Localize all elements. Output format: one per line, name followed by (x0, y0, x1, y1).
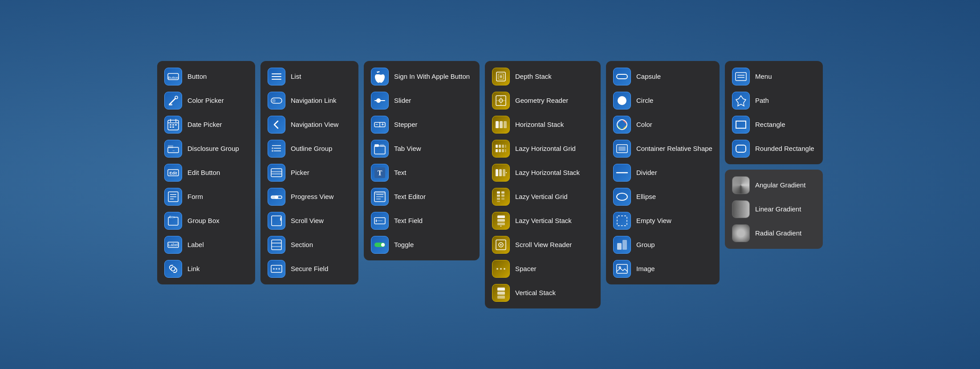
item-section[interactable]: Section (264, 233, 355, 257)
item-capsule[interactable]: Capsule (610, 65, 716, 89)
toggle-icon (371, 236, 389, 254)
svg-rect-105 (497, 219, 505, 222)
item-linear-gradient[interactable]: Linear Gradient (728, 197, 819, 221)
svg-rect-4 (169, 104, 172, 105)
item-menu[interactable]: Menu (728, 65, 819, 89)
item-ellipse[interactable]: Ellipse (610, 185, 716, 209)
item-text-field[interactable]: Text Field (367, 209, 476, 233)
svg-rect-93 (496, 169, 498, 176)
item-text-editor[interactable]: Text Editor (367, 185, 476, 209)
svg-rect-102 (501, 198, 504, 200)
item-form[interactable]: Form (161, 185, 252, 209)
button-icon: Button (164, 68, 182, 85)
svg-rect-128 (617, 264, 627, 273)
item-disclosure-group[interactable]: → Disclosure Group (161, 137, 252, 161)
svg-rect-130 (736, 73, 746, 81)
panel-col4: Depth Stack Geometry Reader Horizontal S… (485, 61, 601, 308)
item-rectangle[interactable]: Rectangle (728, 113, 819, 137)
item-group[interactable]: Group (610, 233, 716, 257)
hstack-icon (492, 116, 510, 134)
item-outline-group[interactable]: Outline Group (264, 137, 355, 161)
edit-button-label: Edit Button (187, 169, 220, 176)
empty-view-label: Empty View (636, 217, 671, 224)
item-depth-stack[interactable]: Depth Stack (488, 65, 597, 89)
rounded-rect-icon (732, 140, 750, 158)
svg-rect-61 (374, 144, 379, 147)
item-sign-in-apple[interactable]: Sign In With Apple Button (367, 65, 476, 89)
panel-col6a: Menu Path Rectangle Rounded Rectangle (725, 61, 823, 164)
text-field-label: Text Field (394, 217, 423, 224)
capsule-icon (613, 68, 631, 85)
spacer-icon (492, 260, 510, 278)
svg-rect-100 (501, 195, 504, 197)
nav-link-icon (268, 92, 285, 109)
item-edit-button[interactable]: Edit Edit Button (161, 161, 252, 185)
main-grid: Button Button Color Picker Date Picker →… (157, 61, 823, 308)
svg-rect-117 (617, 74, 627, 79)
item-angular-gradient[interactable]: Angular Gradient (728, 173, 819, 197)
depth-stack-icon (492, 68, 510, 85)
svg-rect-9 (170, 124, 171, 126)
disclosure-group-label: Disclosure Group (187, 145, 239, 152)
item-label[interactable]: Label Label (161, 233, 252, 257)
linear-gradient-icon (732, 200, 750, 218)
item-path[interactable]: Path (728, 89, 819, 113)
item-nav-link[interactable]: Navigation Link (264, 89, 355, 113)
item-text[interactable]: T Text (367, 161, 476, 185)
item-progress-view[interactable]: Progress View (264, 185, 355, 209)
svg-text:+: + (382, 122, 384, 127)
svg-rect-45 (272, 216, 281, 226)
item-nav-view[interactable]: Navigation View (264, 113, 355, 137)
svg-rect-69 (374, 192, 385, 195)
scroll-view-icon (268, 212, 285, 230)
item-color[interactable]: Color (610, 113, 716, 137)
item-link[interactable]: Link (161, 257, 252, 281)
hstack-label: Horizontal Stack (515, 121, 564, 128)
picker-label: Picker (291, 169, 309, 176)
svg-rect-92 (505, 149, 506, 152)
lazy-hgrid-icon (492, 140, 510, 158)
item-scroll-view-reader[interactable]: Scroll View Reader (488, 233, 597, 257)
item-spacer[interactable]: Spacer (488, 257, 597, 281)
item-radial-gradient[interactable]: Radial Gradient (728, 221, 819, 245)
item-lazy-vgrid[interactable]: Lazy Vertical Grid (488, 185, 597, 209)
menu-label: Menu (755, 73, 772, 80)
item-vstack[interactable]: Vertical Stack (488, 281, 597, 305)
form-icon (164, 188, 182, 206)
item-stepper[interactable]: −+ Stepper (367, 113, 476, 137)
svg-point-111 (496, 268, 498, 270)
item-date-picker[interactable]: Date Picker (161, 113, 252, 137)
item-picker[interactable]: Picker (264, 161, 355, 185)
item-button[interactable]: Button Button (161, 65, 252, 89)
item-container-relative[interactable]: Container Relative Shape (610, 137, 716, 161)
svg-text:Box: Box (169, 215, 175, 219)
item-lazy-vstack[interactable]: Lazy Vertical Stack (488, 209, 597, 233)
item-divider[interactable]: Divider (610, 161, 716, 185)
nav-link-label: Navigation Link (291, 97, 337, 104)
item-toggle[interactable]: Toggle (367, 233, 476, 257)
item-scroll-view[interactable]: Scroll View (264, 209, 355, 233)
text-label: Text (394, 169, 407, 176)
item-lazy-hstack[interactable]: Lazy Horizontal Stack (488, 161, 597, 185)
panel-col2: List Navigation Link Navigation View Out… (260, 61, 358, 284)
item-circle[interactable]: Circle (610, 89, 716, 113)
item-secure-field[interactable]: Secure Field (264, 257, 355, 281)
item-list[interactable]: List (264, 65, 355, 89)
lazy-hgrid-label: Lazy Horizontal Grid (515, 145, 576, 152)
svg-point-112 (500, 268, 502, 270)
item-hstack[interactable]: Horizontal Stack (488, 113, 597, 137)
item-rounded-rect[interactable]: Rounded Rectangle (728, 137, 819, 161)
item-geometry-reader[interactable]: Geometry Reader (488, 89, 597, 113)
item-empty-view[interactable]: Empty View (610, 209, 716, 233)
item-slider[interactable]: Slider (367, 89, 476, 113)
item-image[interactable]: Image (610, 257, 716, 281)
svg-rect-88 (505, 145, 506, 148)
svg-rect-103 (497, 201, 500, 202)
item-group-box[interactable]: Box Group Box (161, 209, 252, 233)
svg-rect-95 (503, 169, 505, 176)
secure-field-label: Secure Field (291, 265, 328, 272)
svg-rect-98 (501, 191, 504, 194)
item-tab-view[interactable]: Tab View (367, 137, 476, 161)
item-color-picker[interactable]: Color Picker (161, 89, 252, 113)
item-lazy-hgrid[interactable]: Lazy Horizontal Grid (488, 137, 597, 161)
